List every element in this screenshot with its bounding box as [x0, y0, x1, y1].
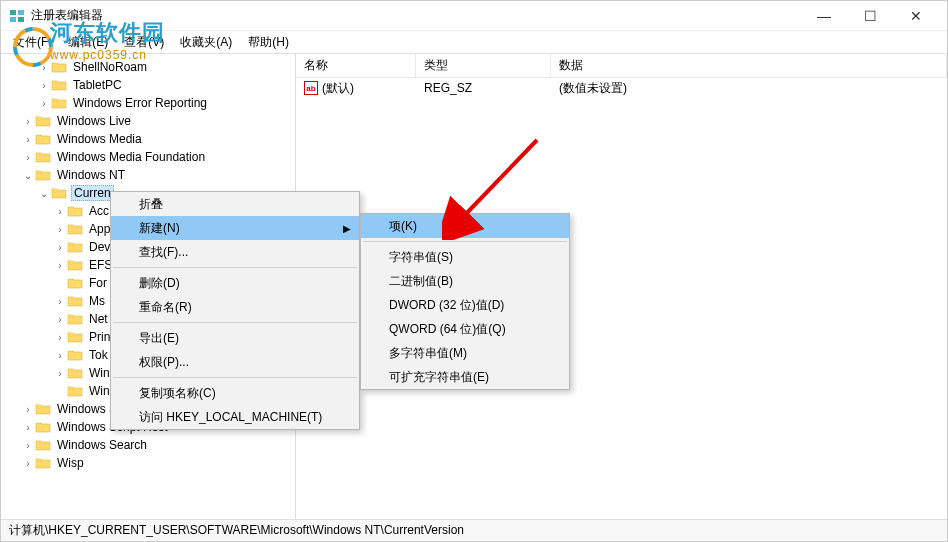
expander-icon[interactable]: ›: [21, 422, 35, 433]
menu-item-label: 新建(N): [139, 220, 180, 237]
folder-icon: [67, 258, 83, 272]
ctx-new-qword[interactable]: QWORD (64 位)值(Q): [361, 317, 569, 341]
ctx-find[interactable]: 查找(F)...: [111, 240, 359, 264]
expander-icon[interactable]: ›: [21, 134, 35, 145]
folder-icon: [35, 420, 51, 434]
expander-icon[interactable]: ⌄: [21, 170, 35, 181]
tree-item[interactable]: ›Windows Media: [1, 130, 295, 148]
tree-item[interactable]: ›Windows Search: [1, 436, 295, 454]
tree-item[interactable]: ›ShellNoRoam: [1, 58, 295, 76]
expander-icon[interactable]: ›: [53, 368, 67, 379]
menu-item-label: DWORD (32 位)值(D): [389, 297, 504, 314]
tree-item-label: Windows Search: [55, 438, 149, 452]
expander-icon[interactable]: ›: [21, 116, 35, 127]
folder-icon: [35, 150, 51, 164]
expander-icon[interactable]: ›: [37, 80, 51, 91]
svg-rect-0: [10, 10, 16, 15]
close-button[interactable]: ✕: [893, 1, 939, 31]
menu-item-label: 导出(E): [139, 330, 179, 347]
tree-item-label: Windows Error Reporting: [71, 96, 209, 110]
expander-icon[interactable]: ›: [53, 242, 67, 253]
expander-icon[interactable]: ›: [53, 224, 67, 235]
ctx-copykey[interactable]: 复制项名称(C): [111, 381, 359, 405]
tree-item[interactable]: ⌄Windows NT: [1, 166, 295, 184]
menu-item-label: 访问 HKEY_LOCAL_MACHINE(T): [139, 409, 322, 426]
ctx-new-key[interactable]: 项(K): [361, 214, 569, 238]
tree-item[interactable]: ›TabletPC: [1, 76, 295, 94]
maximize-button[interactable]: ☐: [847, 1, 893, 31]
expander-icon[interactable]: ›: [21, 152, 35, 163]
value-data: (数值未设置): [551, 80, 947, 97]
expander-icon[interactable]: ›: [21, 440, 35, 451]
menu-favorites[interactable]: 收藏夹(A): [174, 32, 238, 53]
ctx-new-binary[interactable]: 二进制值(B): [361, 269, 569, 293]
ctx-delete[interactable]: 删除(D): [111, 271, 359, 295]
ctx-rename[interactable]: 重命名(R): [111, 295, 359, 319]
folder-icon: [35, 456, 51, 470]
folder-icon: [67, 366, 83, 380]
tree-item[interactable]: ›Windows Live: [1, 112, 295, 130]
tree-item[interactable]: ›Windows Error Reporting: [1, 94, 295, 112]
expander-icon[interactable]: ›: [53, 296, 67, 307]
tree-item[interactable]: ›Wisp: [1, 454, 295, 472]
tree-item-label: Curren: [71, 185, 114, 201]
ctx-new-dword[interactable]: DWORD (32 位)值(D): [361, 293, 569, 317]
statusbar-path: 计算机\HKEY_CURRENT_USER\SOFTWARE\Microsoft…: [9, 522, 464, 539]
menu-item-label: QWORD (64 位)值(Q): [389, 321, 506, 338]
column-type[interactable]: 类型: [416, 53, 551, 78]
window-title: 注册表编辑器: [31, 7, 801, 24]
expander-icon[interactable]: ›: [37, 98, 51, 109]
ctx-new[interactable]: 新建(N)▶: [111, 216, 359, 240]
expander-icon[interactable]: ›: [53, 332, 67, 343]
folder-icon: [67, 348, 83, 362]
menu-item-label: 折叠: [139, 196, 163, 213]
tree-item-label: Tok: [87, 348, 110, 362]
menu-view[interactable]: 查看(V): [118, 32, 170, 53]
expander-icon[interactable]: ⌄: [37, 188, 51, 199]
menu-edit[interactable]: 编辑(E): [62, 32, 114, 53]
folder-icon: [67, 204, 83, 218]
folder-icon: [35, 168, 51, 182]
tree-item-label: ShellNoRoam: [71, 60, 149, 74]
menu-item-label: 字符串值(S): [389, 249, 453, 266]
list-header: 名称 类型 数据: [296, 54, 947, 78]
svg-rect-3: [18, 17, 24, 22]
menu-file[interactable]: 文件(F): [7, 32, 58, 53]
expander-icon[interactable]: ›: [37, 62, 51, 73]
list-row[interactable]: ab(默认)REG_SZ(数值未设置): [296, 78, 947, 98]
tree-item[interactable]: ›Windows Media Foundation: [1, 148, 295, 166]
expander-icon[interactable]: ›: [53, 206, 67, 217]
tree-item-label: Acc: [87, 204, 111, 218]
expander-icon[interactable]: ›: [21, 458, 35, 469]
context-menu-main: 折叠新建(N)▶查找(F)...删除(D)重命名(R)导出(E)权限(P)...…: [110, 191, 360, 430]
folder-icon: [35, 402, 51, 416]
folder-icon: [67, 312, 83, 326]
folder-icon: [67, 384, 83, 398]
svg-rect-1: [18, 10, 24, 15]
tree-item-label: Windows Live: [55, 114, 133, 128]
minimize-button[interactable]: —: [801, 1, 847, 31]
menu-item-label: 多字符串值(M): [389, 345, 467, 362]
menu-item-label: 重命名(R): [139, 299, 192, 316]
ctx-export[interactable]: 导出(E): [111, 326, 359, 350]
ctx-new-multistring[interactable]: 多字符串值(M): [361, 341, 569, 365]
menu-item-label: 二进制值(B): [389, 273, 453, 290]
ctx-permissions[interactable]: 权限(P)...: [111, 350, 359, 374]
expander-icon[interactable]: ›: [53, 314, 67, 325]
folder-icon: [51, 96, 67, 110]
tree-item-label: Win: [87, 366, 112, 380]
menu-help[interactable]: 帮助(H): [242, 32, 295, 53]
ctx-new-expandstring[interactable]: 可扩充字符串值(E): [361, 365, 569, 389]
tree-item-label: Net: [87, 312, 110, 326]
folder-icon: [51, 78, 67, 92]
ctx-goto[interactable]: 访问 HKEY_LOCAL_MACHINE(T): [111, 405, 359, 429]
column-data[interactable]: 数据: [551, 53, 947, 78]
ctx-collapse[interactable]: 折叠: [111, 192, 359, 216]
expander-icon[interactable]: ›: [53, 350, 67, 361]
ctx-new-string[interactable]: 字符串值(S): [361, 245, 569, 269]
expander-icon[interactable]: ›: [21, 404, 35, 415]
column-name[interactable]: 名称: [296, 53, 416, 78]
folder-icon: [35, 438, 51, 452]
expander-icon[interactable]: ›: [53, 260, 67, 271]
tree-item-label: For: [87, 276, 109, 290]
